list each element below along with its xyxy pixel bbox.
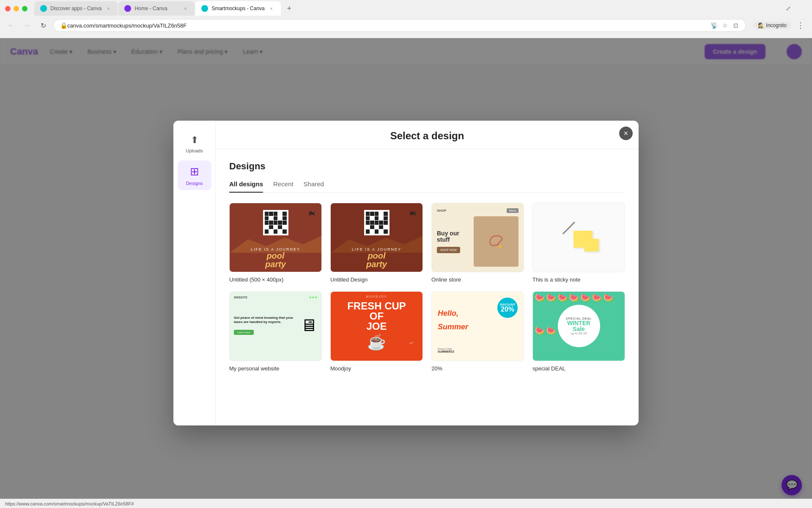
design-thumb-untitled-500: 🏍 LIFE IS A JOURNEY pool party	[229, 203, 322, 272]
card3-nav: SHOP Menu	[437, 208, 518, 213]
design-card-online-store[interactable]: SHOP Menu Buy our stuff SHOP NOW	[431, 203, 524, 283]
card6-line3: JOE	[347, 321, 406, 331]
tab-discover-apps[interactable]: Discover apps - Canva ×	[34, 1, 118, 16]
biker-icon: 🏍	[308, 208, 315, 217]
design-thumb-personal-website: WEBSITE Get peace of mind	[229, 291, 322, 361]
tab-shared[interactable]: Shared	[304, 180, 324, 193]
uploads-icon: ⬆	[191, 135, 198, 146]
card5-background: WEBSITE Get peace of mind	[230, 292, 321, 360]
tabs-bar: Discover apps - Canva × Home - Canva × S…	[34, 1, 786, 16]
card3-headline: Buy our stuff	[437, 230, 470, 243]
design-name-moodjoy: Moodjoy	[330, 365, 423, 372]
incognito-label: Incognito	[766, 22, 787, 28]
card8-upto-text: up to 5% off	[571, 332, 587, 335]
card6-line1: FRESH CUP	[347, 301, 406, 311]
uploads-label: Uploads	[186, 148, 203, 153]
tab-label-smartmockups: Smartmockups - Canva	[211, 6, 264, 11]
close-button-tl[interactable]	[5, 6, 11, 11]
status-url: https://www.canva.com/smartmockups/mocku…	[5, 501, 134, 506]
watermelon-2: 🍉	[546, 293, 557, 326]
card3-nav-btn: Menu	[507, 208, 518, 213]
design-name-sticky-note: This is a sticky note	[532, 276, 625, 283]
tab-home-canva[interactable]: Home - Canva ×	[118, 1, 195, 16]
close-icon: ×	[624, 129, 628, 138]
back-button[interactable]: ←	[5, 19, 17, 31]
incognito-badge: 🕵 Incognito	[754, 22, 791, 29]
card5-header: WEBSITE	[234, 296, 317, 299]
card2-party: party	[331, 260, 422, 268]
modal-sidebar: ⬆ Uploads ⊞ Designs	[173, 121, 216, 425]
modal-overlay: × ⬆ Uploads ⊞ Designs Select a design De…	[0, 38, 812, 508]
card7-background: Hello, Summer DISCOUNT 20% Promo Code SU…	[432, 292, 524, 360]
tab-label-home: Home - Canva	[134, 6, 178, 11]
design-card-untitled-design[interactable]: 🏍 LIFE IS A JOURNEY pool party Untitled …	[330, 203, 423, 283]
select-design-modal: × ⬆ Uploads ⊞ Designs Select a design De…	[173, 121, 639, 425]
design-name-untitled-design: Untitled Design	[330, 276, 423, 283]
card8-deal-circle: SPECIAL DEAL WINTER Sale up to 5% off	[558, 305, 600, 347]
tab-close-home[interactable]: ×	[182, 5, 189, 12]
design-name-personal-website: My personal website	[229, 365, 322, 372]
tab-favicon-discover	[40, 5, 47, 12]
watermelon-9: 🍉	[546, 326, 557, 359]
card3-jewelry-icon: 📿	[488, 235, 503, 248]
traffic-lights	[5, 6, 27, 11]
design-card-personal-website[interactable]: WEBSITE Get peace of mind	[229, 291, 322, 371]
status-bar: https://www.canva.com/smartmockups/mocku…	[0, 499, 812, 508]
tab-recent[interactable]: Recent	[273, 180, 294, 193]
sidebar-item-uploads[interactable]: ⬆ Uploads	[178, 129, 211, 159]
address-bar[interactable]: 🔒 canva.com/smartmockups/mockup/VaTILZ6n…	[53, 19, 746, 32]
design-card-summer-sale[interactable]: Hello, Summer DISCOUNT 20% Promo Code SU…	[431, 291, 524, 371]
card5-content: Get peace of mind knowing that your taxe…	[234, 301, 317, 349]
browser-chrome: Discover apps - Canva × Home - Canva × S…	[0, 0, 812, 38]
qr-code-2	[364, 210, 390, 235]
qr-code-1	[263, 210, 288, 235]
design-card-moodjoy[interactable]: MOODJOY FRESH CUP OF JOE ☕ ~ Moodjoy	[330, 291, 423, 371]
design-name-summer-sale: 20%	[431, 365, 524, 372]
card5-dot-3	[315, 296, 317, 298]
minimize-button-tl[interactable]	[14, 6, 19, 11]
design-card-untitled-500[interactable]: 🏍 LIFE IS A JOURNEY pool party	[229, 203, 322, 283]
card3-logo: SHOP	[437, 209, 447, 213]
title-bar: Discover apps - Canva × Home - Canva × S…	[0, 0, 812, 17]
card1-background: 🏍 LIFE IS A JOURNEY pool party	[230, 203, 321, 272]
card3-background: SHOP Menu Buy our stuff SHOP NOW	[432, 203, 524, 272]
sidebar-item-designs[interactable]: ⊞ Designs	[178, 160, 211, 190]
design-name-winter-deal: special DEAL	[532, 365, 625, 372]
refresh-button[interactable]: ↻	[37, 19, 49, 31]
designs-label: Designs	[186, 181, 203, 186]
tab-close-smartmockups[interactable]: ×	[268, 5, 275, 12]
card2-pool: pool	[331, 251, 422, 260]
card3-jewelry-area: 📿	[474, 216, 518, 267]
card5-monitor-icon: 🖥	[300, 316, 317, 335]
browser-menu-icon[interactable]: ⋮	[794, 19, 807, 32]
forward-button[interactable]: →	[21, 19, 33, 31]
card5-headline: Get peace of mind knowing that your taxe…	[234, 316, 297, 325]
design-card-winter-deal[interactable]: 🍉 🍉 🍉 🍉 🍉 🍉 🍉 🍉 🍉 🍉	[532, 291, 625, 371]
card7-summer-text: Summer	[438, 323, 468, 331]
card7-promo-code: SUMMER23	[438, 350, 454, 353]
designs-grid: 🏍 LIFE IS A JOURNEY pool party	[229, 203, 625, 372]
tab-label-discover: Discover apps - Canva	[50, 6, 102, 11]
section-title: Designs	[229, 161, 625, 172]
modal-close-button[interactable]: ×	[619, 127, 633, 140]
profile-icon: ⊡	[732, 22, 740, 29]
maximize-button-tl[interactable]	[22, 6, 27, 11]
card6-coffee-cup-icon: ☕	[367, 333, 386, 351]
star-icon[interactable]: ☆	[721, 22, 729, 29]
tab-favicon-home	[124, 5, 131, 12]
design-thumb-moodjoy: MOODJOY FRESH CUP OF JOE ☕ ~	[330, 291, 423, 361]
new-tab-button[interactable]: +	[283, 3, 295, 14]
restore-icon: ⤢	[786, 5, 791, 12]
card6-fresh-text: FRESH CUP OF JOE	[347, 301, 406, 331]
card5-logo: WEBSITE	[234, 296, 247, 299]
address-bar-icons: 📡 ☆ ⊡	[710, 22, 740, 29]
url-text: canva.com/smartmockups/mockup/VaTILZ6n58…	[67, 22, 707, 29]
design-card-sticky-note[interactable]: This is a sticky note	[532, 203, 625, 283]
tab-smartmockups[interactable]: Smartmockups - Canva ×	[195, 1, 280, 16]
design-thumb-sticky-note	[532, 203, 625, 272]
card1-text-block: LIFE IS A JOURNEY pool party	[230, 247, 321, 268]
browser-actions: 🕵 Incognito ⋮	[754, 19, 807, 32]
tab-all-designs[interactable]: All designs	[229, 180, 263, 193]
card3-content: Buy our stuff SHOP NOW 📿	[437, 216, 518, 267]
tab-close-discover[interactable]: ×	[105, 5, 112, 12]
